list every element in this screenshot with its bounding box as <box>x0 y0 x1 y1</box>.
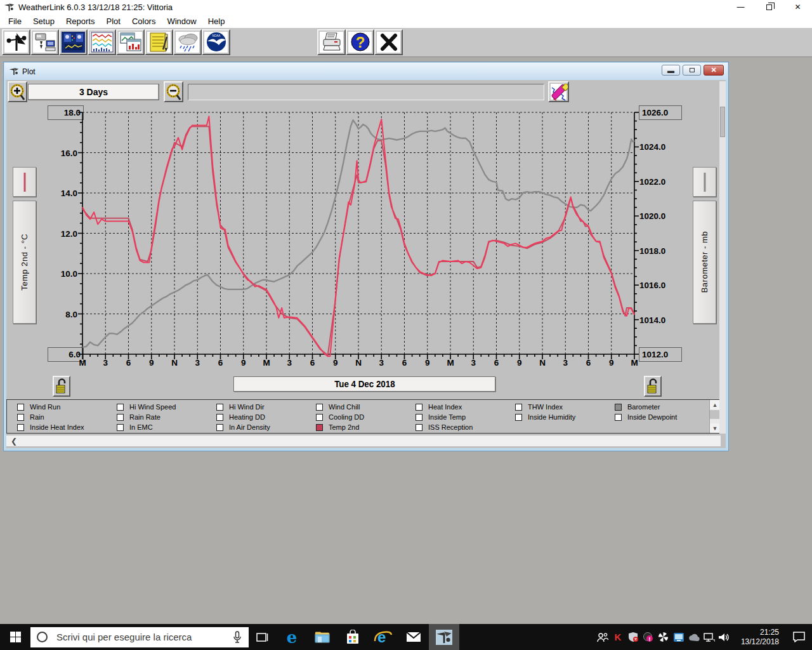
variable-checkbox[interactable] <box>216 414 223 421</box>
plot-maximize-button[interactable] <box>683 65 701 76</box>
taskbar-app-mail[interactable] <box>398 624 429 650</box>
kaspersky-icon[interactable]: K <box>610 624 625 650</box>
time-range-button[interactable]: 3 Days <box>28 84 159 100</box>
variable-checkbox[interactable] <box>117 414 124 421</box>
strip-chart-button[interactable] <box>88 29 116 55</box>
menu-item[interactable]: Colors <box>126 15 162 27</box>
variable-checkbox[interactable] <box>416 424 422 431</box>
defender-icon[interactable] <box>625 624 641 650</box>
variable-row[interactable]: Inside Heat Index <box>17 422 117 432</box>
network-icon[interactable] <box>702 624 717 650</box>
variable-row[interactable]: In EMC <box>117 422 216 432</box>
alert-badge-icon[interactable]: ! <box>641 624 656 650</box>
clock[interactable]: 21:25 13/12/2018 <box>741 628 779 647</box>
variable-row[interactable]: Temp 2nd <box>316 422 416 432</box>
variable-row[interactable]: Inside Humidity <box>515 412 615 422</box>
taskbar-app-internet-explorer[interactable]: e <box>368 624 398 650</box>
date-bar[interactable]: Tue 4 Dec 2018 <box>233 376 495 392</box>
chart-plot-area[interactable]: M369N369M369N369M369N369M16.014.012.010.… <box>44 108 685 375</box>
variable-checkbox[interactable] <box>316 414 323 421</box>
variable-row[interactable]: Inside Dewpoint <box>615 412 714 422</box>
minimize-button[interactable]: — <box>726 0 755 14</box>
pinwheel-icon[interactable] <box>656 624 671 650</box>
menu-item[interactable]: File <box>3 15 27 27</box>
taskbar-app-weatherlink[interactable] <box>429 624 459 650</box>
taskbar-app-store[interactable] <box>337 624 368 650</box>
variable-checkbox[interactable] <box>615 404 622 411</box>
variable-row[interactable]: In Air Density <box>216 422 316 432</box>
volume-icon[interactable] <box>717 624 732 650</box>
time-span-field[interactable] <box>188 84 544 100</box>
variable-checkbox[interactable] <box>216 424 223 431</box>
variable-row[interactable]: Inside Temp <box>416 412 515 422</box>
remote-pc-icon[interactable] <box>671 624 686 650</box>
console-button[interactable] <box>59 29 88 55</box>
menu-item[interactable]: Help <box>202 15 231 27</box>
onedrive-icon[interactable] <box>686 624 702 650</box>
variable-row[interactable]: Hi Wind Speed <box>117 402 216 412</box>
variable-checkbox[interactable] <box>316 404 323 411</box>
noaa-button[interactable]: NOAA <box>202 29 230 55</box>
right-lock-button[interactable] <box>644 376 662 397</box>
left-lock-button[interactable] <box>53 376 70 397</box>
variable-row[interactable]: ISS Reception <box>416 422 515 432</box>
variable-checkbox[interactable] <box>117 424 124 431</box>
menu-item[interactable]: Window <box>161 15 202 27</box>
taskbar-app-file-explorer[interactable] <box>307 624 337 650</box>
variable-row[interactable]: THW Index <box>515 402 615 412</box>
station-button[interactable] <box>2 29 30 55</box>
variable-checkbox[interactable] <box>615 414 622 421</box>
variable-row[interactable]: Cooling DD <box>316 412 416 422</box>
print-button[interactable] <box>317 29 346 55</box>
vertical-scroll-thumb[interactable] <box>720 107 725 137</box>
variable-checkbox[interactable] <box>117 404 124 411</box>
menu-item[interactable]: Setup <box>27 15 60 27</box>
checkbox-scroll-thumb[interactable] <box>710 410 720 419</box>
download-button[interactable] <box>30 29 59 55</box>
scroll-up-icon[interactable]: ▲ <box>710 400 720 409</box>
variable-checkbox[interactable] <box>515 404 522 411</box>
search-box[interactable] <box>30 627 249 647</box>
action-center-button[interactable] <box>785 624 812 650</box>
variable-row[interactable]: Heat Index <box>416 402 515 412</box>
plot-button[interactable] <box>116 29 145 55</box>
variable-checkbox[interactable] <box>416 414 422 421</box>
variable-row[interactable]: Hi Wind Dir <box>216 402 316 412</box>
restore-button[interactable] <box>755 0 783 14</box>
start-button[interactable] <box>0 624 30 650</box>
variable-row[interactable]: Rain <box>17 412 117 422</box>
task-view-button[interactable] <box>249 624 277 650</box>
variable-checkbox[interactable] <box>216 404 223 411</box>
variable-row[interactable]: Wind Run <box>17 402 117 412</box>
variable-row[interactable]: Barometer <box>615 402 714 412</box>
search-input[interactable] <box>55 631 232 643</box>
menu-item[interactable]: Reports <box>60 15 101 27</box>
erase-plot-button[interactable] <box>548 81 569 102</box>
plot-close-button[interactable]: ✕ <box>704 65 724 76</box>
variable-checkbox[interactable] <box>416 404 422 411</box>
left-axis-title-button[interactable]: Temp 2nd - °C <box>13 201 36 324</box>
horizontal-scrollbar[interactable]: ❮ <box>6 435 721 446</box>
barometer-line-style-button[interactable] <box>693 167 716 197</box>
variable-checkbox[interactable] <box>17 404 24 411</box>
close-button[interactable]: ✕ <box>783 0 812 14</box>
checkbox-scrollbar[interactable]: ▲ ▼ <box>709 400 720 433</box>
help-button[interactable]: ? <box>346 29 374 55</box>
variable-checkbox[interactable] <box>17 424 24 431</box>
variable-checkbox[interactable] <box>316 424 323 431</box>
scroll-left-icon[interactable]: ❮ <box>9 436 19 446</box>
zoom-in-button[interactable] <box>8 81 27 102</box>
scroll-down-icon[interactable]: ▼ <box>710 423 720 433</box>
vertical-scrollbar[interactable] <box>719 81 726 434</box>
taskbar-app-edge[interactable]: e <box>277 624 307 650</box>
zoom-out-button[interactable] <box>164 81 183 102</box>
close-plot-button[interactable] <box>374 29 403 55</box>
plot-window-titlebar[interactable]: Plot ▬ ✕ <box>4 63 728 80</box>
storm-button[interactable] <box>173 29 202 55</box>
temp-line-style-button[interactable] <box>13 167 36 197</box>
right-axis-title-button[interactable]: Barometer - mb <box>693 201 716 324</box>
people-icon[interactable] <box>595 624 610 650</box>
variable-row[interactable]: Wind Chill <box>316 402 416 412</box>
microphone-icon[interactable] <box>232 631 242 644</box>
variable-row[interactable]: Heating DD <box>216 412 316 422</box>
